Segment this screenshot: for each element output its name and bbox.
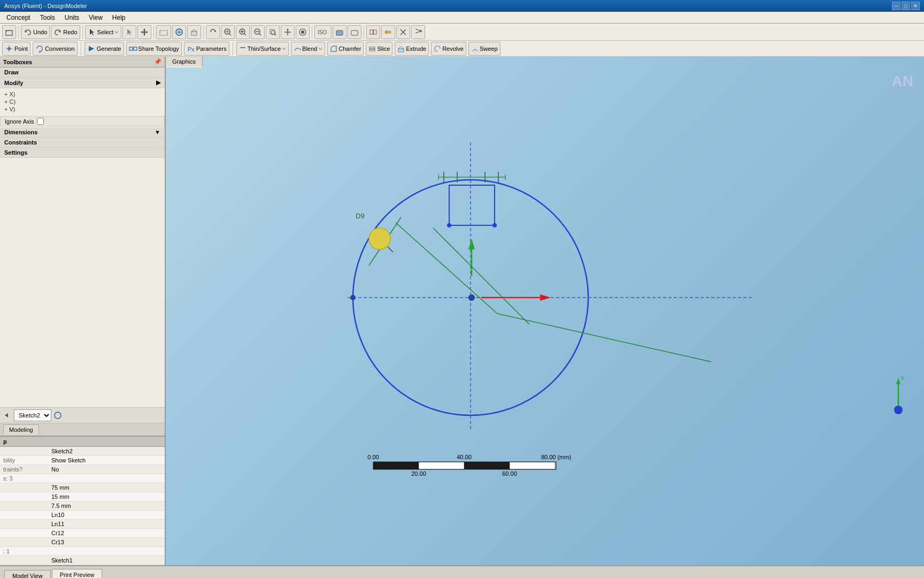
look-at-button[interactable] — [296, 25, 310, 39]
menu-help[interactable]: Help — [108, 13, 130, 22]
extrude3d-icon — [397, 45, 405, 52]
revolve-button[interactable]: Revolve — [431, 42, 466, 56]
zoom-box-button[interactable] — [266, 25, 280, 39]
menu-view[interactable]: View — [84, 13, 107, 22]
svg-rect-53 — [398, 49, 404, 52]
extrude-label: Extrude — [406, 45, 426, 52]
ruler-button[interactable] — [381, 25, 395, 39]
cr12-label — [3, 530, 51, 536]
conversion-button[interactable]: Conversion — [33, 42, 78, 56]
zoom-fit-button[interactable] — [221, 25, 235, 39]
modify-section[interactable]: Modify ▶ — [0, 78, 165, 88]
cursor-tool[interactable] — [122, 25, 136, 39]
toolboxes-header: Toolboxes 📌 — [0, 57, 165, 67]
wireframe-button[interactable] — [348, 25, 361, 39]
draw-label: Draw — [4, 69, 19, 75]
zoom-box-icon — [268, 28, 277, 36]
sketch-back-icon[interactable] — [3, 411, 12, 420]
close-button[interactable]: ✕ — [911, 2, 920, 10]
annotation-button[interactable] — [411, 25, 425, 39]
maximize-button[interactable]: □ — [902, 2, 910, 10]
blend-chevron-icon — [318, 47, 322, 51]
cross-section-button[interactable] — [366, 25, 380, 39]
iso-view-button[interactable]: ISO — [314, 25, 332, 39]
svg-text:40.00: 40.00 — [457, 454, 472, 460]
svg-rect-50 — [240, 47, 245, 48]
blend-button[interactable]: Blend — [291, 42, 325, 56]
titlebar: Ansys (Fluent) - DesignModeler ─ □ ✕ — [0, 0, 924, 12]
ignore-axis-checkbox[interactable] — [37, 118, 44, 125]
constraints-show-value: No — [51, 466, 59, 473]
undo-button[interactable]: Undo — [21, 25, 50, 39]
new-plane-icon — [159, 28, 168, 36]
generate-button[interactable]: Generate — [84, 42, 124, 56]
toolbar-sep6 — [364, 26, 364, 39]
extrude-tool[interactable] — [187, 25, 201, 39]
toolbar2: Point Conversion Generate Share Topology… — [0, 41, 924, 57]
svg-rect-11 — [191, 32, 197, 35]
zoom-out-button[interactable] — [251, 25, 265, 39]
chamfer-button[interactable]: Chamfer — [327, 42, 364, 56]
model-view-tab[interactable]: Model View — [4, 570, 51, 578]
minimize-button[interactable]: ─ — [892, 2, 900, 10]
settings-section[interactable]: Settings — [0, 148, 165, 158]
slice-button[interactable]: Slice — [366, 42, 392, 56]
move-icon — [140, 28, 149, 36]
svg-line-22 — [259, 34, 261, 35]
sketch-dropdown[interactable]: Sketch1 Sketch2 Sketch3 — [14, 409, 51, 421]
toolbar-sep5 — [312, 26, 312, 39]
tree-panel: p Sketch2 bility Show Sketch traints? No… — [0, 436, 165, 565]
cross-section-icon — [369, 28, 378, 36]
open-button[interactable] — [2, 25, 16, 39]
thin-surface-button[interactable]: Thin/Surface — [236, 42, 289, 56]
pan-button[interactable] — [281, 25, 295, 39]
parameters-button[interactable]: Px Parameters — [184, 42, 229, 56]
select-button[interactable]: Select — [85, 25, 122, 39]
modeling-tab[interactable]: Modeling — [3, 424, 39, 435]
shortcut-x: + X) — [2, 90, 163, 98]
svg-point-61 — [492, 223, 497, 227]
svg-point-74 — [350, 295, 356, 300]
sweep-button[interactable]: Sweep — [468, 42, 500, 56]
redo-button[interactable]: Redo — [51, 25, 80, 39]
display-mode-button[interactable] — [333, 25, 346, 39]
menu-tools[interactable]: Tools — [36, 13, 59, 22]
explode-button[interactable] — [396, 25, 410, 39]
new-plane-button[interactable] — [156, 25, 171, 39]
menu-concept[interactable]: Concept — [2, 13, 35, 22]
open-icon — [5, 28, 13, 36]
iso-view-icon: ISO — [317, 28, 329, 36]
svg-text:20.00: 20.00 — [411, 470, 426, 477]
share-topology-button[interactable]: Share Topology — [126, 42, 182, 56]
graphics-area[interactable]: Graphics AN — [166, 57, 924, 565]
svg-line-76 — [433, 228, 529, 324]
menu-units[interactable]: Units — [60, 13, 83, 22]
zoom-in-button[interactable] — [236, 25, 250, 39]
chevron-down-icon — [114, 30, 119, 34]
svg-line-14 — [229, 34, 231, 35]
tree-base-label: : 1 — [0, 547, 165, 556]
sweep-icon — [471, 45, 479, 52]
chamfer-icon — [330, 45, 337, 52]
new-sketch-button[interactable] — [172, 25, 186, 39]
svg-point-95 — [894, 406, 903, 414]
dimensions-label: Dimensions — [4, 129, 37, 135]
point-button[interactable]: Point — [2, 42, 30, 56]
extrude-button[interactable]: Extrude — [395, 42, 429, 56]
print-preview-tab[interactable]: Print Preview — [52, 569, 103, 578]
panel-pin-icon: 📌 — [154, 58, 161, 65]
modify-label: Modify — [4, 80, 23, 86]
svg-marker-6 — [146, 31, 148, 33]
generate-label: Generate — [97, 45, 121, 52]
dimensions-section[interactable]: Dimensions ▼ — [0, 127, 165, 138]
move-tool[interactable] — [137, 25, 151, 39]
draw-section[interactable]: Draw — [0, 67, 165, 78]
tree-content: Sketch2 bility Show Sketch traints? No s… — [0, 447, 165, 565]
tree-dim2: 15 mm — [0, 492, 165, 501]
rotate-tool[interactable] — [206, 25, 220, 39]
zoom-fit-icon — [224, 28, 232, 36]
svg-marker-1 — [25, 31, 27, 33]
constraints-section[interactable]: Constraints — [0, 138, 165, 148]
toolbar2-sep2 — [233, 42, 233, 55]
slice-icon — [368, 45, 376, 52]
